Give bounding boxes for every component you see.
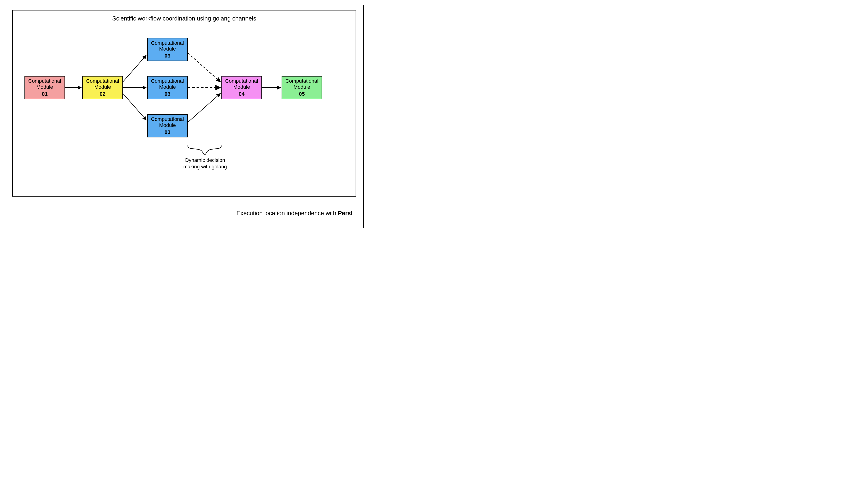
arrow-03-top-04-dashed — [188, 53, 220, 82]
module-label: Computational Module — [83, 78, 122, 90]
arrow-02-03-bottom — [123, 93, 146, 120]
inner-frame: Scientific workflow coordination using g… — [12, 10, 356, 196]
module-number: 04 — [239, 91, 244, 97]
module-number: 05 — [299, 91, 305, 97]
outer-caption-prefix: Execution location independence with — [237, 210, 338, 216]
workflow-diagram: Computational Module 01 Computational Mo… — [13, 26, 356, 196]
module-label: Computational Module — [222, 78, 261, 90]
outer-frame: Scientific workflow coordination using g… — [5, 5, 364, 228]
module-number: 01 — [42, 91, 48, 97]
module-03-bottom: Computational Module 03 — [147, 114, 188, 137]
module-03-middle: Computational Module 03 — [147, 76, 188, 99]
module-01: Computational Module 01 — [24, 76, 65, 99]
module-label: Computational Module — [282, 78, 321, 90]
arrow-03-bottom-04 — [188, 93, 220, 122]
annotation-dynamic-decision: Dynamic decision making with golang — [175, 157, 235, 170]
module-number: 03 — [164, 53, 170, 59]
module-03-top: Computational Module 03 — [147, 38, 188, 61]
outer-caption-bold: Parsl — [338, 210, 352, 216]
module-label: Computational Module — [148, 40, 187, 52]
module-05: Computational Module 05 — [282, 76, 322, 99]
module-label: Computational Module — [148, 116, 187, 128]
module-number: 03 — [164, 91, 170, 97]
module-04: Computational Module 04 — [221, 76, 262, 99]
arrow-02-03-top — [123, 55, 146, 82]
outer-caption: Execution location independence with Par… — [237, 210, 352, 217]
module-number: 02 — [100, 91, 105, 97]
inner-title: Scientific workflow coordination using g… — [13, 15, 356, 22]
curly-brace-icon — [188, 145, 221, 155]
module-number: 03 — [164, 129, 170, 135]
module-02: Computational Module 02 — [82, 76, 123, 99]
module-label: Computational Module — [148, 78, 187, 90]
module-label: Computational Module — [25, 78, 64, 90]
